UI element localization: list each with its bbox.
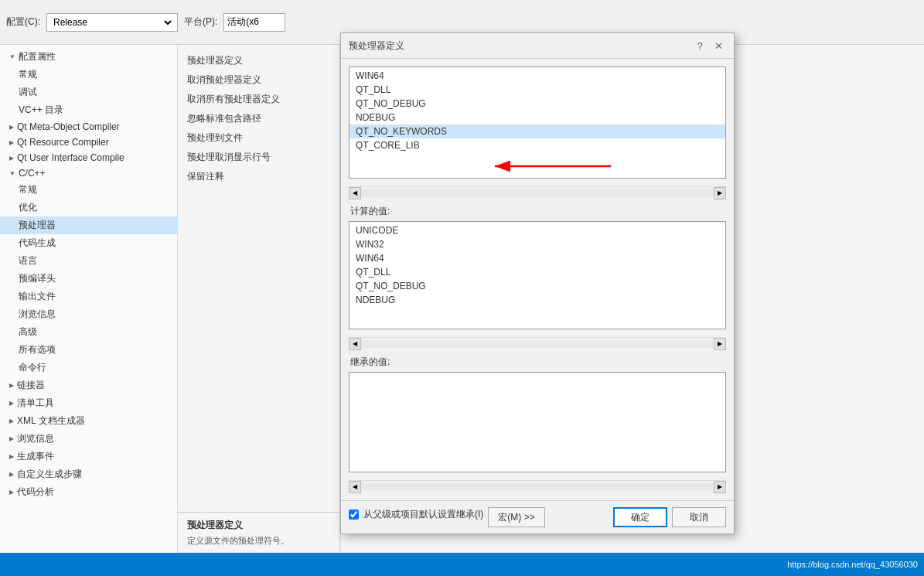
menu-preproc-define[interactable]: 预处理器定义 (178, 51, 339, 70)
tree-item-qtmeta[interactable]: ▶ Qt Meta-Object Compiler (0, 119, 177, 135)
tree-item-xml[interactable]: ▶ XML 文档生成器 (0, 412, 177, 430)
tree-item-cmdline-label: 命令行 (19, 361, 46, 374)
tree-item-cpp[interactable]: ▼ C/C++ (0, 165, 177, 181)
menu-keep-comment[interactable]: 保留注释 (178, 167, 339, 186)
footer-right: 确定 取消 (613, 507, 726, 527)
tree-item-custom[interactable]: ▶ 自定义生成步骤 (0, 465, 177, 483)
tree-item-output[interactable]: 输出文件 (0, 288, 177, 305)
tree-item-general-label: 常规 (19, 68, 37, 81)
modal-title: 预处理器定义 (349, 39, 404, 53)
inherited-hscroll-left[interactable]: ◀ (349, 481, 361, 493)
menu-undefine[interactable]: 取消预处理器定义 (178, 70, 339, 90)
tree-item-general[interactable]: 常规 (0, 66, 177, 84)
hscroll-track[interactable] (361, 189, 714, 197)
tree-item-manifest[interactable]: ▶ 清单工具 (0, 394, 177, 412)
middle-panel: 预处理器定义 取消预处理器定义 取消所有预处理器定义 忽略标准包含路径 预处理到… (178, 45, 340, 553)
tree-item-manifest-label: 清单工具 (17, 397, 54, 410)
tree-item-analysis[interactable]: ▶ 代码分析 (0, 483, 177, 501)
statusbar: https://blog.csdn.net/qq_43056030 (0, 553, 924, 576)
computed-item-ndebug[interactable]: NDEBUG (349, 293, 725, 307)
computed-label: 计算的值: (349, 205, 726, 218)
modal-help-button[interactable]: ? (692, 38, 707, 53)
tree-item-cpp-general-label: 常规 (19, 183, 37, 196)
tree-item-browse2[interactable]: ▶ 浏览信息 (0, 430, 177, 448)
computed-item-win64[interactable]: WIN64 (349, 251, 725, 265)
checkbox-row: 从父级或项目默认设置继承(I) (349, 508, 483, 521)
tree-root[interactable]: ▼ 配置属性 (0, 48, 177, 66)
inherited-hscroll-track[interactable] (361, 483, 714, 491)
tree-item-browse[interactable]: 浏览信息 (0, 305, 177, 323)
tree-item-lang-label: 语言 (19, 254, 37, 268)
ide-background: 配置(C): Release Release 平台(P): 活动(x6 ▼ 配置… (0, 0, 924, 576)
ok-button[interactable]: 确定 (613, 507, 667, 527)
computed-item-win32[interactable]: WIN32 (349, 237, 725, 251)
computed-item-qtnodebug[interactable]: QT_NO_DEBUG (349, 279, 725, 293)
tree-item-events-label: 生成事件 (17, 450, 54, 463)
defined-values-listbox[interactable]: WIN64 QT_DLL QT_NO_DEBUG NDEBUG QT_NO_KE… (349, 66, 726, 179)
tree-item-codegen-label: 代码生成 (19, 237, 56, 250)
menu-preproc-file[interactable]: 预处理到文件 (178, 128, 339, 148)
cancel-button[interactable]: 取消 (672, 507, 726, 527)
tree-item-optimize-label: 优化 (19, 201, 37, 214)
defined-hscrollbar[interactable]: ◀ ▶ (349, 186, 726, 199)
tree-item-linker[interactable]: ▶ 链接器 (0, 377, 177, 394)
menu-ignore-std[interactable]: 忽略标准包含路径 (178, 109, 339, 128)
tree-arrow-qtmeta: ▶ (9, 124, 14, 131)
inherited-values-listbox[interactable] (349, 372, 726, 472)
tree-item-precompile[interactable]: 预编译头 (0, 270, 177, 288)
tree-item-preprocessor[interactable]: 预处理器 (0, 216, 177, 234)
tree-item-advanced-label: 高级 (19, 325, 37, 339)
hscroll-left-btn[interactable]: ◀ (349, 187, 361, 199)
tree-item-qtres[interactable]: ▶ Qt Resource Compiler (0, 135, 177, 150)
inherit-label: 从父级或项目默认设置继承(I) (363, 508, 483, 521)
tree-item-preprocessor-label: 预处理器 (19, 219, 56, 232)
tree-item-cpp-general[interactable]: 常规 (0, 181, 177, 199)
computed-values-listbox[interactable]: UNICODE WIN32 WIN64 QT_DLL QT_NO_DEBUG N… (349, 221, 726, 329)
tree-item-vcdir[interactable]: VC++ 目录 (0, 101, 177, 119)
inherit-checkbox[interactable] (349, 510, 359, 520)
tree-item-debug[interactable]: 调试 (0, 84, 177, 101)
inherited-hscrollbar[interactable]: ◀ ▶ (349, 480, 726, 492)
config-select[interactable]: Release (50, 16, 174, 29)
macro-button[interactable]: 宏(M) >> (488, 507, 544, 527)
listbox-item-ndebug[interactable]: NDEBUG (349, 111, 725, 124)
menu-preproc-suppress[interactable]: 预处理取消显示行号 (178, 148, 339, 167)
desc-title: 预处理器定义 (187, 519, 330, 532)
tree-item-qtui-label: Qt User Interface Compile (17, 152, 124, 163)
listbox-item-qtnodebug[interactable]: QT_NO_DEBUG (349, 97, 725, 111)
hscroll-right-btn[interactable]: ▶ (714, 187, 726, 199)
computed-hscrollbar[interactable]: ◀ ▶ (349, 337, 726, 349)
computed-hscroll-right[interactable]: ▶ (714, 338, 726, 350)
platform-dropdown[interactable]: 活动(x6 (223, 13, 285, 32)
computed-values-list: UNICODE WIN32 WIN64 QT_DLL QT_NO_DEBUG N… (349, 222, 725, 329)
computed-item-unicode[interactable]: UNICODE (349, 223, 725, 237)
computed-hscroll-track[interactable] (361, 340, 714, 348)
defined-values-list: WIN64 QT_DLL QT_NO_DEBUG NDEBUG QT_NO_KE… (349, 67, 725, 178)
tree-item-advanced[interactable]: 高级 (0, 323, 177, 341)
tree-item-browse2-label: 浏览信息 (17, 432, 54, 445)
tree-item-precompile-label: 预编译头 (19, 272, 56, 285)
listbox-item-win64[interactable]: WIN64 (349, 69, 725, 83)
config-label: 配置(C): (6, 15, 40, 29)
tree-item-allopts[interactable]: 所有选项 (0, 341, 177, 359)
tree-item-allopts-label: 所有选项 (19, 343, 56, 356)
tree-item-optimize[interactable]: 优化 (0, 199, 177, 216)
listbox-item-qtdll[interactable]: QT_DLL (349, 83, 725, 97)
tree-item-events[interactable]: ▶ 生成事件 (0, 448, 177, 465)
listbox-item-qtcorelib[interactable]: QT_CORE_LIB (349, 138, 725, 152)
tree-item-linker-label: 链接器 (17, 379, 45, 392)
inherited-hscroll-right[interactable]: ▶ (714, 481, 726, 493)
tree-item-cmdline[interactable]: 命令行 (0, 359, 177, 377)
tree-item-xml-label: XML 文档生成器 (17, 414, 85, 428)
listbox-item-qtnokeywords[interactable]: QT_NO_KEYWORDS (349, 124, 725, 138)
modal-close-button[interactable]: ✕ (711, 38, 726, 53)
tree-item-qtui[interactable]: ▶ Qt User Interface Compile (0, 150, 177, 165)
menu-undefine-all[interactable]: 取消所有预处理器定义 (178, 90, 339, 109)
computed-item-qtdll[interactable]: QT_DLL (349, 265, 725, 279)
tree-item-lang[interactable]: 语言 (0, 252, 177, 270)
tree-item-qtres-label: Qt Resource Compiler (17, 137, 109, 148)
computed-hscroll-left[interactable]: ◀ (349, 338, 361, 350)
modal-controls: ? ✕ (692, 38, 726, 53)
tree-item-codegen[interactable]: 代码生成 (0, 234, 177, 252)
config-dropdown[interactable]: Release Release (46, 13, 178, 32)
